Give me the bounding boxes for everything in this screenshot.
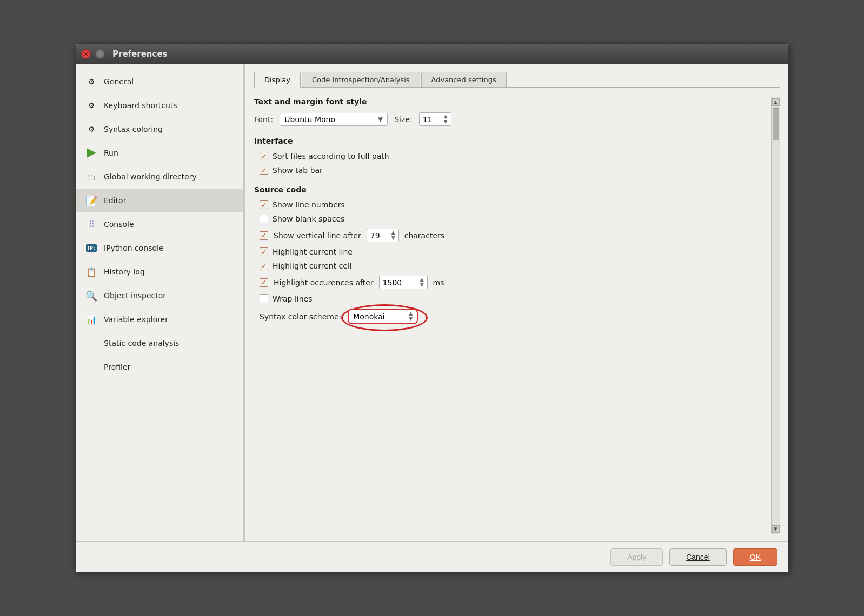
sidebar-label-console: Console (104, 220, 134, 229)
show-vertical-line-checkbox[interactable] (260, 231, 268, 240)
spinner-arrows: ▲ ▼ (444, 114, 448, 124)
ipython-icon: IP: (84, 241, 98, 255)
size-down-arrow[interactable]: ▼ (444, 119, 448, 124)
sidebar-item-variable-explorer[interactable]: 📊 Variable explorer (76, 307, 243, 331)
vertical-down-arrow[interactable]: ▼ (391, 236, 395, 240)
show-blank-spaces-checkbox[interactable] (260, 215, 268, 223)
size-spinner[interactable]: 11 ▲ ▼ (419, 112, 451, 126)
apply-button[interactable]: Apply (610, 548, 663, 566)
font-dropdown-arrow: ▼ (378, 116, 383, 123)
sidebar-item-object-inspector[interactable]: 🔍 Object inspector (76, 284, 243, 307)
highlight-current-line-row: Highlight current line (254, 247, 769, 256)
interface-section-title: Interface (254, 137, 769, 145)
sidebar-item-syntax-coloring[interactable]: ⚙ Syntax coloring (76, 117, 243, 141)
highlight-cell-checkbox[interactable] (260, 262, 268, 270)
title-bar: ✕ Preferences (76, 44, 788, 64)
syntax-color-label: Syntax color scheme: (260, 312, 341, 321)
scrollbar[interactable]: ▲ ▼ (771, 97, 780, 534)
sidebar-item-general[interactable]: ⚙ General (76, 70, 243, 93)
sidebar-label-history: History log (104, 267, 145, 276)
sort-files-label: Sort files according to full path (273, 152, 389, 160)
tab-code-introspection[interactable]: Code Introspection/Analysis (302, 72, 420, 87)
vertical-line-input[interactable]: 79 ▲ ▼ (367, 229, 399, 242)
syntax-up-arrow[interactable]: ▲ (409, 311, 413, 316)
syntax-color-dropdown[interactable]: Monokai ▲ ▼ (348, 309, 418, 324)
sidebar-item-global-working-dir[interactable]: 🗀 Global working directory (76, 165, 243, 189)
vertical-line-value: 79 (370, 231, 380, 240)
wrap-lines-checkbox[interactable] (260, 294, 268, 303)
vertical-spinner-arrows: ▲ ▼ (391, 230, 395, 240)
show-blank-spaces-label: Show blank spaces (273, 215, 344, 223)
content-area: Text and margin font style Font: Ubuntu … (254, 97, 771, 534)
sidebar-label-general: General (104, 77, 134, 86)
cancel-button[interactable]: Cancel (669, 548, 727, 566)
sidebar-label-syntax: Syntax coloring (104, 125, 163, 133)
font-label: Font: (254, 115, 273, 124)
occurences-spinner-arrows: ▲ ▼ (420, 277, 424, 287)
window-body: ⚙ General ⚙ Keyboard shortcuts ⚙ Syntax … (76, 64, 788, 541)
sidebar-label-keyboard: Keyboard shortcuts (104, 101, 177, 110)
tab-display[interactable]: Display (254, 72, 301, 88)
sidebar-item-keyboard-shortcuts[interactable]: ⚙ Keyboard shortcuts (76, 93, 243, 117)
occurences-down-arrow[interactable]: ▼ (420, 283, 424, 287)
scroll-up-button[interactable]: ▲ (772, 98, 780, 106)
close-button[interactable]: ✕ (81, 49, 91, 59)
highlight-current-cell-row: Highlight current cell (254, 262, 769, 270)
sidebar-item-history-log[interactable]: 📋 History log (76, 260, 243, 284)
syntax-down-arrow[interactable]: ▼ (409, 317, 413, 322)
show-tab-bar-label: Show tab bar (273, 166, 323, 175)
static-code-icon (84, 336, 98, 350)
editor-icon: 📝 (84, 193, 98, 207)
sidebar-label-ipython: IPython console (104, 244, 164, 252)
tab-advanced-settings[interactable]: Advanced settings (421, 72, 507, 87)
sidebar-item-profiler[interactable]: Profiler (76, 355, 243, 379)
scroll-thumb[interactable] (773, 108, 779, 140)
content-with-scroll: Text and margin font style Font: Ubuntu … (254, 97, 780, 534)
highlight-occurences-label: Highlight occurences after (274, 278, 374, 287)
sidebar-item-static-code-analysis[interactable]: Static code analysis (76, 331, 243, 355)
window-title: Preferences (112, 49, 168, 59)
occurences-value: 1500 (383, 278, 402, 287)
vertical-line-row: Show vertical line after 79 ▲ ▼ characte… (254, 229, 769, 242)
show-tab-bar-checkbox[interactable] (260, 166, 268, 175)
wrap-lines-label: Wrap lines (273, 294, 312, 303)
sidebar-item-ipython-console[interactable]: IP: IPython console (76, 236, 243, 260)
ms-label: ms (433, 278, 444, 287)
font-row: Font: Ubuntu Mono ▼ Size: 11 ▲ ▼ (254, 112, 769, 126)
occurences-up-arrow[interactable]: ▲ (420, 277, 424, 282)
show-tab-bar-row: Show tab bar (254, 166, 769, 175)
bottom-bar: Apply Cancel OK (76, 541, 788, 572)
size-label: Size: (394, 115, 412, 124)
sidebar-item-console[interactable]: ⠿ Console (76, 212, 243, 236)
gear-icon: ⚙ (84, 75, 98, 89)
size-up-arrow[interactable]: ▲ (444, 114, 448, 119)
sidebar-label-object: Object inspector (104, 291, 166, 300)
tab-bar: Display Code Introspection/Analysis Adva… (254, 72, 780, 88)
sort-files-checkbox[interactable] (260, 152, 268, 160)
vertical-up-arrow[interactable]: ▲ (391, 230, 395, 235)
show-line-numbers-checkbox[interactable] (260, 200, 268, 209)
font-dropdown[interactable]: Ubuntu Mono ▼ (280, 113, 388, 126)
scroll-down-button[interactable]: ▼ (772, 525, 780, 533)
source-code-section: Source code Show line numbers Show blank… (254, 185, 769, 324)
ok-button[interactable]: OK (733, 548, 777, 566)
highlight-line-checkbox[interactable] (260, 247, 268, 256)
source-code-title: Source code (254, 185, 769, 194)
sidebar-item-editor[interactable]: 📝 Editor (76, 189, 243, 212)
highlight-occurences-checkbox[interactable] (260, 278, 268, 287)
size-value: 11 (423, 115, 433, 124)
syntax-spinner-arrows: ▲ ▼ (409, 311, 413, 322)
sidebar-item-run[interactable]: Run (76, 141, 243, 165)
sidebar-label-profiler: Profiler (104, 363, 130, 371)
highlight-cell-label: Highlight current cell (273, 262, 352, 270)
highlight-line-label: Highlight current line (273, 247, 353, 256)
folder-icon: 🗀 (84, 170, 98, 184)
syntax-color-row: Syntax color scheme: Monokai ▲ ▼ (254, 309, 769, 324)
occurences-input[interactable]: 1500 ▲ ▼ (379, 276, 428, 289)
profiler-icon (84, 360, 98, 374)
show-line-numbers-row: Show line numbers (254, 200, 769, 209)
console-icon: ⠿ (84, 217, 98, 231)
interface-section: Interface Sort files according to full p… (254, 137, 769, 175)
minimize-button[interactable] (95, 49, 105, 59)
show-line-numbers-label: Show line numbers (273, 200, 345, 209)
